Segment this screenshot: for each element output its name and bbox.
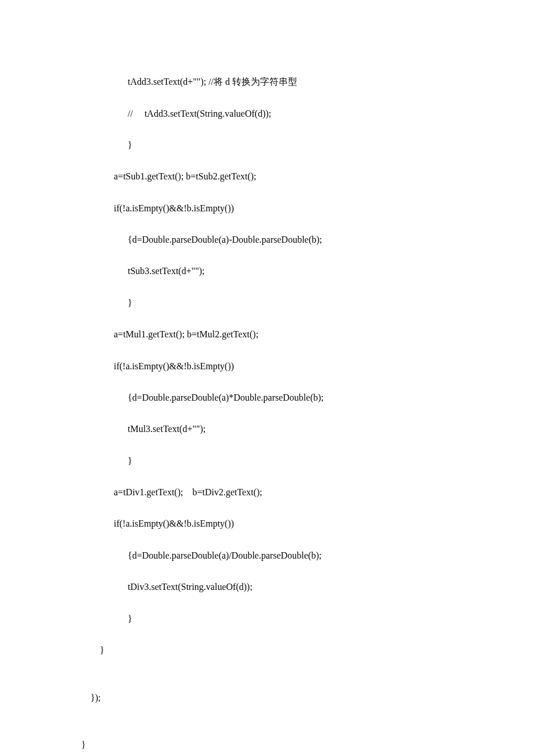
code-block: tAdd3.setText(d+""); //将 d 转换为字符串型 // tA…	[81, 58, 534, 756]
code-line: tDiv3.setText(String.valueOf(d));	[81, 579, 534, 595]
code-line: tAdd3.setText(d+""); //将 d 转换为字符串型	[81, 74, 534, 89]
code-line: {d=Double.parseDouble(a)/Double.parseDou…	[81, 548, 534, 563]
code-line: {d=Double.parseDouble(a)-Double.parseDou…	[81, 232, 534, 247]
code-line: }	[81, 642, 534, 658]
code-line: if(!a.isEmpty()&&!b.isEmpty())	[81, 358, 534, 374]
code-line: tSub3.setText(d+"");	[81, 263, 534, 279]
code-line: }	[81, 453, 534, 469]
code-line: a=tDiv1.getText(); b=tDiv2.getText();	[81, 484, 534, 500]
code-line: if(!a.isEmpty()&&!b.isEmpty())	[81, 200, 534, 216]
code-line: }	[81, 137, 534, 153]
code-line: {d=Double.parseDouble(a)*Double.parseDou…	[81, 390, 534, 405]
code-line: a=tSub1.getText(); b=tSub2.getText();	[81, 168, 534, 184]
code-line: }	[81, 737, 534, 753]
code-line: a=tMul1.getText(); b=tMul2.getText();	[81, 326, 534, 342]
code-line: });	[81, 690, 534, 705]
code-line: // tAdd3.setText(String.valueOf(d));	[81, 106, 534, 121]
code-line: }	[81, 295, 534, 311]
code-line: }	[81, 611, 534, 627]
code-line: tMul3.setText(d+"");	[81, 421, 534, 437]
code-line: if(!a.isEmpty()&&!b.isEmpty())	[81, 516, 534, 531]
